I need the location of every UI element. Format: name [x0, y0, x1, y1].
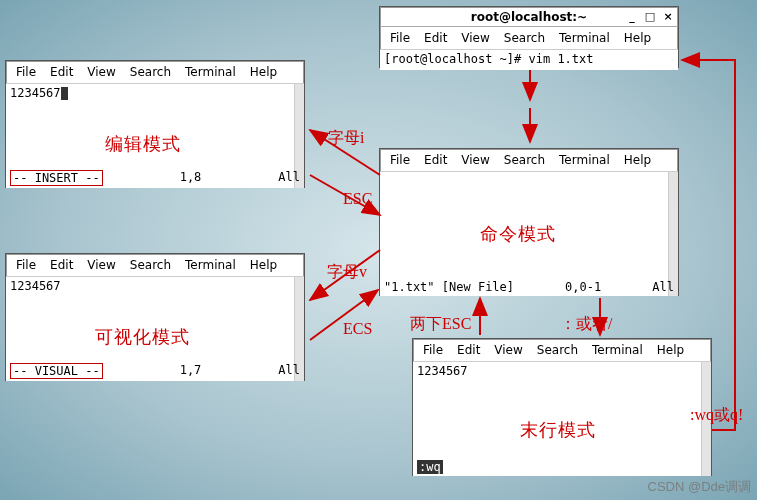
menubar: File Edit View Search Terminal Help [6, 61, 304, 84]
cursor-icon [61, 87, 68, 100]
window-buttons: _ □ × [626, 11, 674, 23]
menu-file[interactable]: File [10, 257, 42, 273]
arrow-label-ecs: ECS [343, 320, 372, 338]
minimize-icon[interactable]: _ [626, 11, 638, 23]
menu-help[interactable]: Help [651, 342, 690, 358]
close-icon[interactable]: × [662, 11, 674, 23]
menu-file[interactable]: File [417, 342, 449, 358]
content-text: 1234567 [10, 86, 61, 100]
menu-terminal[interactable]: Terminal [553, 152, 616, 168]
extent-text: All [278, 170, 300, 186]
menu-search[interactable]: Search [498, 152, 551, 168]
menu-help[interactable]: Help [244, 257, 283, 273]
maximize-icon[interactable]: □ [644, 11, 656, 23]
menubar: File Edit View Search Terminal Help [380, 27, 678, 50]
cmd-text: :wq [417, 460, 443, 474]
mode-indicator: -- INSERT -- [10, 170, 103, 186]
menu-file[interactable]: File [384, 30, 416, 46]
prompt-text: [root@localhost ~]# vim 1.txt [384, 52, 594, 66]
menu-terminal[interactable]: Terminal [586, 342, 649, 358]
menu-help[interactable]: Help [244, 64, 283, 80]
arrow-label-esc: ESC [343, 190, 372, 208]
menu-view[interactable]: View [455, 152, 495, 168]
terminal-window-root: root@localhost:~ _ □ × File Edit View Se… [379, 6, 679, 68]
label-visual-mode: 可视化模式 [95, 325, 190, 349]
label-command-mode: 命令模式 [480, 222, 556, 246]
menubar: File Edit View Search Terminal Help [6, 254, 304, 277]
menu-edit[interactable]: Edit [418, 152, 453, 168]
arrow-label-i: 字母i [328, 128, 364, 149]
statusbar: :wq [417, 460, 707, 474]
menubar: File Edit View Search Terminal Help [413, 339, 711, 362]
menu-view[interactable]: View [81, 64, 121, 80]
arrow-label-two-esc: 两下ESC [410, 314, 471, 335]
content-text: 1234567 [10, 279, 61, 293]
menubar: File Edit View Search Terminal Help [380, 149, 678, 172]
arrow-label-colon-slash: ：或者/ [560, 314, 612, 335]
menu-search[interactable]: Search [531, 342, 584, 358]
menu-view[interactable]: View [81, 257, 121, 273]
arrow-label-v: 字母v [327, 262, 367, 283]
statusbar: -- INSERT -- 1,8 All [10, 170, 300, 186]
cursor-position: 1,7 [180, 363, 202, 379]
arrow-label-wq: :wq或q! [690, 405, 743, 426]
menu-terminal[interactable]: Terminal [179, 257, 242, 273]
cursor-position: 1,8 [180, 170, 202, 186]
terminal-window-lastline: File Edit View Search Terminal Help 1234… [412, 338, 712, 476]
menu-edit[interactable]: Edit [451, 342, 486, 358]
scrollbar[interactable] [668, 172, 678, 296]
menu-view[interactable]: View [455, 30, 495, 46]
menu-edit[interactable]: Edit [418, 30, 453, 46]
extent-text: All [278, 363, 300, 379]
menu-view[interactable]: View [488, 342, 528, 358]
terminal-window-visual: File Edit View Search Terminal Help 1234… [5, 253, 305, 381]
menu-edit[interactable]: Edit [44, 64, 79, 80]
menu-terminal[interactable]: Terminal [553, 30, 616, 46]
menu-edit[interactable]: Edit [44, 257, 79, 273]
window-title: root@localhost:~ [471, 10, 587, 24]
menu-file[interactable]: File [10, 64, 42, 80]
label-edit-mode: 编辑模式 [105, 132, 181, 156]
terminal-window-edit: File Edit View Search Terminal Help 1234… [5, 60, 305, 188]
titlebar: root@localhost:~ _ □ × [380, 7, 678, 27]
statusbar: -- VISUAL -- 1,7 All [10, 363, 300, 379]
file-status: "1.txt" [New File] [384, 280, 514, 294]
menu-search[interactable]: Search [124, 64, 177, 80]
menu-help[interactable]: Help [618, 30, 657, 46]
content-text: 1234567 [417, 364, 468, 378]
cursor-position: 0,0-1 [565, 280, 601, 294]
menu-file[interactable]: File [384, 152, 416, 168]
menu-search[interactable]: Search [124, 257, 177, 273]
menu-search[interactable]: Search [498, 30, 551, 46]
menu-help[interactable]: Help [618, 152, 657, 168]
label-lastline-mode: 末行模式 [520, 418, 596, 442]
statusbar: "1.txt" [New File] 0,0-1 All [384, 280, 674, 294]
mode-indicator: -- VISUAL -- [10, 363, 103, 379]
extent-text: All [652, 280, 674, 294]
watermark: CSDN @Dde调调 [648, 478, 752, 496]
terminal-content: [root@localhost ~]# vim 1.txt [380, 50, 678, 70]
menu-terminal[interactable]: Terminal [179, 64, 242, 80]
